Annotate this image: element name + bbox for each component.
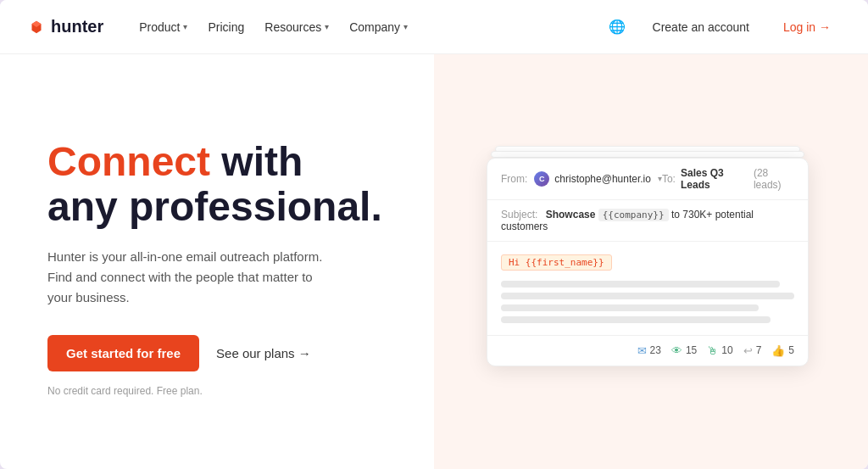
- no-credit-text: No credit card required. Free plan.: [47, 385, 400, 397]
- left-panel: Connect withany professional. Hunter is …: [0, 54, 434, 469]
- subject-field: Subject: Showcase {{company}} to 730K+ p…: [487, 200, 808, 242]
- email-stat-icon: ✉: [637, 344, 647, 357]
- sender-avatar: C: [534, 171, 549, 187]
- to-section: To: Sales Q3 Leads (28 leads): [662, 167, 794, 191]
- create-account-button[interactable]: Create an account: [643, 15, 760, 39]
- logo-icon: [27, 18, 46, 36]
- card-bg-2: [491, 151, 804, 158]
- email-body: Hi {{first_name}}: [487, 242, 808, 335]
- stat-bounces: 👍 5: [771, 344, 794, 357]
- company-chevron-icon: ▾: [403, 22, 408, 31]
- hero-title: Connect withany professional.: [47, 140, 400, 230]
- email-from-field: From: C christophe@hunter.io ▾ To: Sales…: [487, 159, 808, 200]
- bounce-stat-icon: 👍: [771, 344, 785, 357]
- navbar: hunter Product ▾ Pricing Resources ▾ Com…: [0, 0, 868, 54]
- email-card-stacked: From: C christophe@hunter.io ▾ To: Sales…: [487, 158, 809, 366]
- resources-chevron-icon: ▾: [325, 22, 329, 31]
- logo[interactable]: hunter: [27, 17, 103, 36]
- subject-text1: Showcase: [546, 209, 596, 221]
- hero-title-highlight: Connect: [47, 139, 210, 184]
- text-line-4: [501, 316, 771, 323]
- stat-clicks: 🖱 10: [707, 344, 732, 357]
- globe-button[interactable]: 🌐: [605, 15, 629, 39]
- subject-variable: {{company}}: [598, 209, 669, 221]
- reply-stat-value: 7: [756, 344, 762, 356]
- leads-count: (28 leads): [754, 167, 794, 191]
- reply-stat-icon: ↩: [743, 344, 753, 357]
- nav-right: 🌐 Create an account Log in →: [605, 15, 841, 39]
- stat-emails: ✉ 23: [637, 344, 661, 357]
- page-wrapper: hunter Product ▾ Pricing Resources ▾ Com…: [0, 0, 868, 469]
- email-footer: ✉ 23 👁 15 🖱 10 ↩ 7: [487, 335, 808, 366]
- main-content: Connect withany professional. Hunter is …: [0, 54, 868, 469]
- text-line-1: [501, 281, 780, 288]
- nav-links: Product ▾ Pricing Resources ▾ Company ▾: [131, 15, 604, 39]
- see-plans-link[interactable]: See our plans →: [216, 346, 311, 360]
- from-email[interactable]: christophe@hunter.io: [554, 173, 651, 185]
- click-stat-value: 10: [721, 344, 732, 356]
- logo-text: hunter: [51, 17, 103, 36]
- to-list-name: Sales Q3 Leads: [681, 167, 748, 191]
- eye-stat-value: 15: [686, 344, 697, 356]
- right-panel: From: C christophe@hunter.io ▾ To: Sales…: [434, 54, 868, 469]
- nav-item-pricing[interactable]: Pricing: [199, 15, 253, 39]
- text-line-3: [501, 304, 759, 311]
- cta-row: Get started for free See our plans →: [47, 335, 400, 371]
- nav-item-resources[interactable]: Resources ▾: [256, 15, 337, 39]
- stat-replies: ↩ 7: [743, 344, 762, 357]
- greeting-tag: Hi {{first_name}}: [501, 254, 612, 271]
- eye-stat-icon: 👁: [671, 344, 682, 357]
- nav-item-company[interactable]: Company ▾: [341, 15, 416, 39]
- hero-subtitle: Hunter is your all-in-one email outreach…: [47, 247, 336, 308]
- text-line-2: [501, 293, 794, 299]
- bounce-stat-value: 5: [788, 344, 794, 356]
- text-lines: [501, 281, 794, 323]
- login-button[interactable]: Log in →: [773, 15, 841, 39]
- from-label: From:: [501, 173, 527, 185]
- stat-views: 👁 15: [671, 344, 697, 357]
- nav-item-product[interactable]: Product ▾: [131, 15, 196, 39]
- click-stat-icon: 🖱: [707, 344, 718, 357]
- get-started-button[interactable]: Get started for free: [47, 335, 199, 371]
- from-content: C christophe@hunter.io ▾: [534, 171, 662, 187]
- subject-label: Subject:: [501, 209, 537, 221]
- to-label: To:: [662, 173, 676, 185]
- email-stat-value: 23: [650, 344, 661, 356]
- product-chevron-icon: ▾: [183, 22, 187, 31]
- email-main-card: From: C christophe@hunter.io ▾ To: Sales…: [487, 158, 809, 366]
